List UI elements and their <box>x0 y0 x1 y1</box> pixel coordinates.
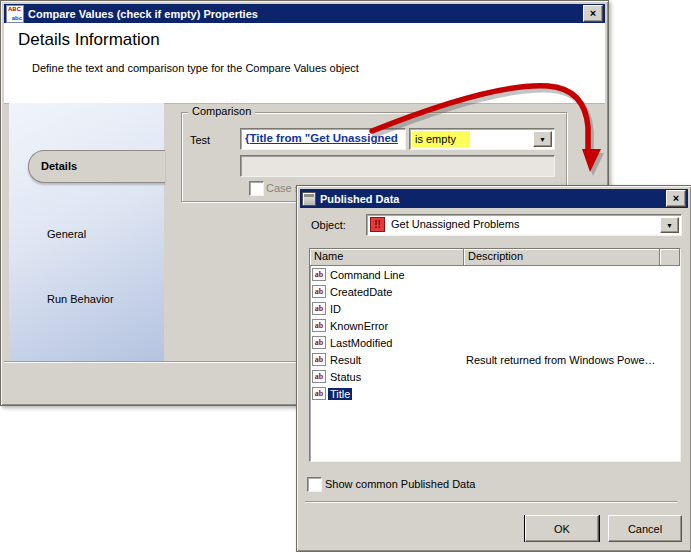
text-field-icon: ab <box>312 387 326 400</box>
operator-dropdown[interactable]: is empty ▼ <box>409 128 555 150</box>
text-field-icon: ab <box>312 336 326 349</box>
object-warning-icon: !! <box>370 217 385 232</box>
screen: ABC abc Compare Values (check if empty) … <box>0 0 691 552</box>
column-header-name[interactable]: Name <box>310 249 464 266</box>
column-header-description[interactable]: Description <box>464 249 660 266</box>
list-item[interactable]: ab Result Result returned from Windows P… <box>310 351 680 368</box>
list-header: Name Description <box>310 249 680 266</box>
published-data-list: Name Description ab Command Line ab Crea… <box>309 248 681 462</box>
compare-values-icon: ABC abc <box>6 5 24 23</box>
text-field-icon: ab <box>312 268 326 281</box>
case-sensitive-checkbox[interactable] <box>249 181 264 196</box>
main-dialog-title: Compare Values (check if empty) Properti… <box>28 8 583 20</box>
close-icon[interactable]: × <box>666 190 686 207</box>
tab-general[interactable]: General <box>39 224 167 244</box>
list-item[interactable]: ab KnownError <box>310 317 680 334</box>
tab-details[interactable]: Details <box>28 150 165 183</box>
text-field-icon: ab <box>312 370 326 383</box>
main-dialog-titlebar: ABC abc Compare Values (check if empty) … <box>4 4 605 23</box>
tab-run-behavior[interactable]: Run Behavior <box>39 289 167 309</box>
list-item[interactable]: ab CreatedDate <box>310 283 680 300</box>
show-common-label: Show common Published Data <box>325 478 475 490</box>
separator <box>305 501 677 503</box>
operator-value: is empty <box>412 131 470 147</box>
published-dialog-titlebar: Published Data × <box>300 189 688 208</box>
secondary-value-field <box>240 155 555 177</box>
chevron-down-icon[interactable]: ▼ <box>660 217 679 233</box>
list-item[interactable]: ab ID <box>310 300 680 317</box>
object-dropdown[interactable]: !! Get Unassigned Problems ▼ <box>366 214 682 236</box>
page-subtitle: Define the text and comparison type for … <box>32 62 359 74</box>
text-field-icon: ab <box>312 285 326 298</box>
cancel-button[interactable]: Cancel <box>608 515 682 542</box>
text-field-icon: ab <box>312 319 326 332</box>
column-header-stub <box>660 249 680 266</box>
test-value-link[interactable]: {Title from "Get Unassigned <box>245 132 398 144</box>
test-value-field[interactable]: {Title from "Get Unassigned <box>240 128 406 150</box>
published-data-icon <box>302 192 316 206</box>
list-item[interactable]: ab LastModified <box>310 334 680 351</box>
list-item[interactable]: ab Command Line <box>310 266 680 283</box>
close-icon[interactable]: × <box>583 5 603 22</box>
list-item[interactable]: ab Status <box>310 368 680 385</box>
published-data-dialog: Published Data × Object: !! Get Unassign… <box>296 185 691 552</box>
show-common-checkbox[interactable] <box>307 477 322 492</box>
object-label: Object: <box>311 219 346 231</box>
comparison-group-label: Comparison <box>188 105 255 117</box>
list-item-selected[interactable]: ab Title <box>310 385 680 402</box>
page-title: Details Information <box>18 30 160 50</box>
text-field-icon: ab <box>312 353 326 366</box>
sidebar: General Run Behavior <box>9 103 164 361</box>
test-label: Test <box>190 134 210 146</box>
text-field-icon: ab <box>312 302 326 315</box>
published-dialog-title: Published Data <box>320 193 666 205</box>
object-value: Get Unassigned Problems <box>391 218 519 230</box>
main-dialog-header: Details Information Define the text and … <box>4 23 605 104</box>
chevron-down-icon[interactable]: ▼ <box>533 131 552 147</box>
ok-button[interactable]: OK <box>524 515 600 542</box>
